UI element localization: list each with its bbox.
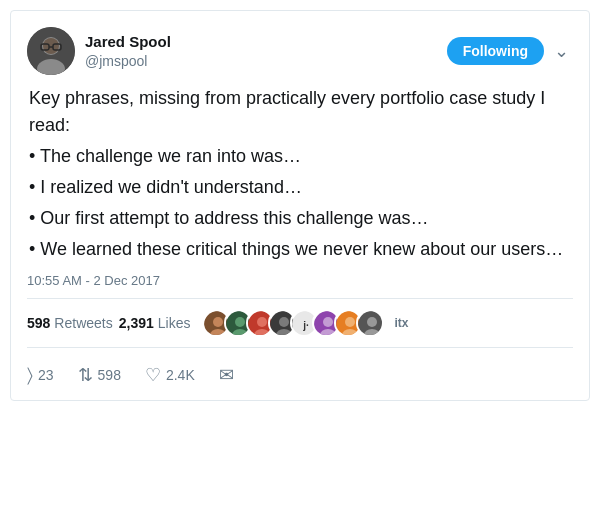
retweet-count: 598 [27,315,50,331]
user-info: Jared Spool @jmspool [85,32,171,70]
reply-icon: 〉 [27,365,33,386]
reply-button[interactable]: 〉 23 [27,361,54,390]
svg-text:j·: j· [303,320,310,331]
retweet-label: Retweets [54,315,112,331]
mail-button[interactable]: ✉ [219,360,234,390]
retweet-action-count: 598 [98,367,121,383]
svg-point-28 [367,317,377,327]
retweet-icon: ⇅ [78,364,93,386]
likes-stat: 2,391 Likes [119,315,191,331]
heart-icon: ♡ [145,364,161,386]
tweet-text: Key phrases, missing from practically ev… [29,85,573,263]
svg-point-11 [235,317,245,327]
svg-point-8 [213,317,223,327]
mail-icon: ✉ [219,364,234,386]
username: @jmspool [85,52,171,70]
likes-label: Likes [158,315,191,331]
itx-badge: itx [394,316,408,330]
tweet-header-right: Following ⌄ [447,36,573,66]
liker-avatars: j· [202,309,384,337]
bullet-list: • The challenge we ran into was… • I rea… [29,143,573,263]
svg-point-22 [323,317,333,327]
tweet-stats: 598 Retweets 2,391 Likes [27,298,573,348]
chevron-down-icon: ⌄ [554,40,569,62]
tweet-timestamp: 10:55 AM - 2 Dec 2017 [27,273,573,288]
tweet-card: Jared Spool @jmspool Following ⌄ Key phr… [10,10,590,401]
follow-button[interactable]: Following [447,37,544,65]
likes-count: 2,391 [119,315,154,331]
like-action-count: 2.4K [166,367,195,383]
like-button[interactable]: ♡ 2.4K [145,360,195,390]
tweet-header: Jared Spool @jmspool Following ⌄ [27,27,573,75]
reply-count: 23 [38,367,54,383]
tweet-intro: Key phrases, missing from practically ev… [29,88,545,135]
retweet-stat: 598 Retweets [27,315,113,331]
svg-point-3 [43,38,59,54]
retweet-button[interactable]: ⇅ 598 [78,360,121,390]
bullet-item-3: • Our first attempt to address this chal… [29,205,573,232]
liker-avatar-8 [356,309,384,337]
svg-point-14 [257,317,267,327]
chevron-down-button[interactable]: ⌄ [550,36,573,66]
bullet-item-2: • I realized we didn't understand… [29,174,573,201]
svg-point-17 [279,317,289,327]
svg-point-25 [345,317,355,327]
avatar [27,27,75,75]
bullet-item-4: • We learned these critical things we ne… [29,236,573,263]
tweet-header-left: Jared Spool @jmspool [27,27,171,75]
bullet-item-1: • The challenge we ran into was… [29,143,573,170]
tweet-body: Key phrases, missing from practically ev… [27,85,573,263]
tweet-actions: 〉 23 ⇅ 598 ♡ 2.4K ✉ [27,356,573,390]
display-name: Jared Spool [85,32,171,52]
